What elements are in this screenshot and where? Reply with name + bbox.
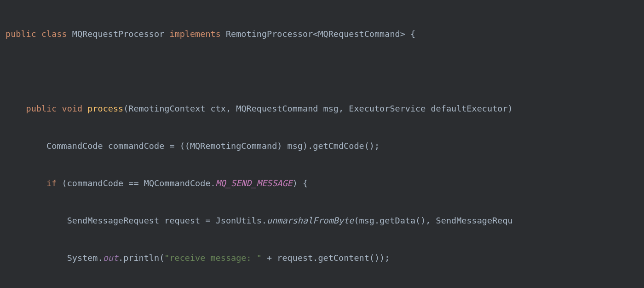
code-line[interactable]: if (commandCode == MQCommandCode.MQ_SEND… <box>0 177 644 189</box>
keyword-if: if <box>46 178 62 188</box>
fold-marker[interactable] <box>0 177 6 189</box>
keyword-public: public <box>26 104 62 113</box>
enum-constant: MQ_SEND_MESSAGE <box>216 178 293 188</box>
class-name: MQRequestProcessor <box>72 29 170 39</box>
fold-marker[interactable] <box>0 28 6 40</box>
code-line[interactable]: public void process(RemotingContext ctx,… <box>0 102 644 115</box>
generic-type: <MQRequestCommand> { <box>313 29 415 39</box>
static-field-out: out <box>103 253 118 263</box>
method-name-process: process <box>87 104 123 113</box>
static-method-call: unmarshalFromByte <box>267 216 354 225</box>
code-line-blank[interactable] <box>0 65 644 77</box>
keyword-void: void <box>62 104 88 113</box>
keyword-public: public <box>6 29 41 39</box>
fold-marker[interactable] <box>0 102 6 115</box>
string-literal: "receive message: " <box>164 253 262 263</box>
code-line[interactable]: CommandCode commandCode = ((MQRemotingCo… <box>0 140 644 152</box>
condition: (commandCode == MQCommandCode. <box>62 178 216 188</box>
statement: CommandCode commandCode = ((MQRemotingCo… <box>46 141 380 151</box>
keyword-implements: implements <box>169 29 226 39</box>
method-params: (RemotingContext ctx, MQRequestCommand m… <box>123 104 512 113</box>
keyword-class: class <box>41 29 72 39</box>
code-line[interactable]: System.out.println("receive message: " +… <box>0 252 644 264</box>
interface-name: RemotingProcessor <box>226 29 313 39</box>
code-line[interactable]: SendMessageRequest request = JsonUtils.u… <box>0 214 644 227</box>
code-editor[interactable]: public class MQRequestProcessor implemen… <box>0 0 644 288</box>
code-line[interactable]: public class MQRequestProcessor implemen… <box>0 28 644 40</box>
